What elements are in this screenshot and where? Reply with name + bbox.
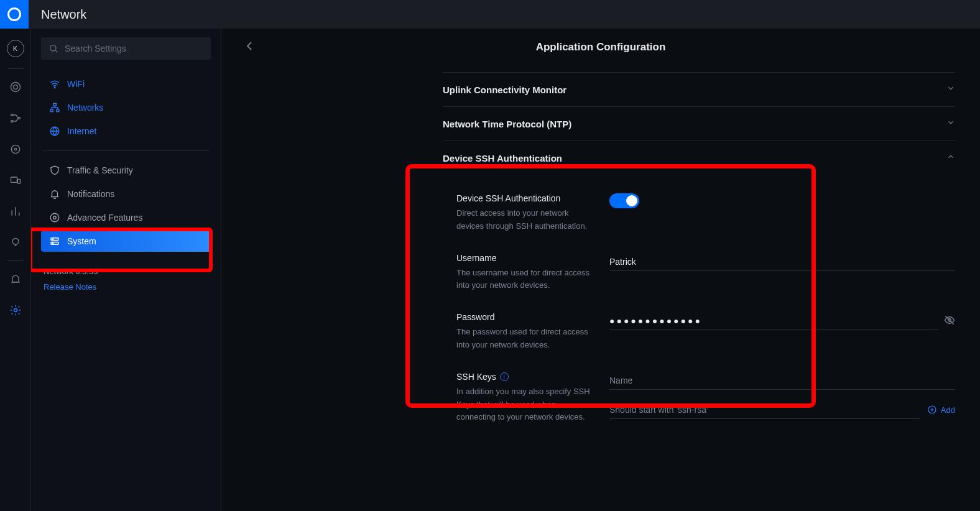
svg-point-21: [52, 239, 53, 240]
page-title: Application Configuration: [536, 41, 666, 53]
svg-point-6: [14, 148, 16, 150]
bell-icon: [47, 188, 62, 200]
main-content: Application Configuration Uplink Connect…: [221, 29, 980, 511]
sshkey-name-input[interactable]: [609, 372, 955, 390]
logo[interactable]: [0, 0, 29, 29]
sidebar-item-label: Advanced Features: [67, 213, 142, 223]
version-text: Network 6.5.55: [44, 267, 208, 276]
sidebar-item-label: Internet: [67, 126, 96, 136]
eye-off-icon[interactable]: [944, 315, 955, 328]
username-input[interactable]: [609, 253, 955, 271]
sidebar-item-label: Notifications: [67, 189, 114, 199]
sidebar-item-traffic-security[interactable]: Traffic & Security: [41, 160, 211, 181]
section-title: Network Time Protocol (NTP): [443, 119, 571, 129]
svg-point-2: [11, 114, 12, 116]
rail-radar-icon[interactable]: [9, 80, 22, 94]
sidebar-item-system[interactable]: System: [41, 231, 211, 252]
topbar: Network: [0, 0, 980, 29]
sshkey-value-input[interactable]: [609, 401, 920, 419]
svg-point-18: [53, 216, 57, 219]
svg-rect-8: [17, 179, 20, 183]
svg-point-1: [13, 85, 17, 90]
search-icon: [49, 44, 58, 53]
sidebar-item-networks[interactable]: Networks: [41, 97, 211, 118]
password-label: Password: [456, 312, 597, 322]
svg-point-12: [54, 87, 55, 88]
rail-gear-icon[interactable]: [9, 303, 22, 317]
globe-icon: [47, 126, 62, 137]
info-icon[interactable]: i: [500, 372, 509, 381]
search-input[interactable]: [65, 44, 203, 53]
shield-icon: [47, 165, 62, 176]
svg-point-11: [50, 45, 56, 51]
svg-rect-15: [57, 109, 59, 112]
username-desc: The username used for direct access into…: [456, 267, 597, 293]
svg-point-9: [12, 238, 19, 244]
sshkeys-label: SSH Keys i: [456, 372, 597, 382]
sshkeys-desc: In addition you may also specify SSH Key…: [456, 385, 597, 424]
advanced-icon: [47, 212, 62, 223]
rail-bulb-icon[interactable]: [9, 236, 22, 249]
svg-rect-13: [53, 103, 57, 106]
wifi-icon: [47, 78, 62, 90]
svg-rect-7: [11, 177, 17, 182]
plus-circle-icon: [927, 405, 937, 415]
add-sshkey-button[interactable]: Add: [927, 405, 955, 415]
rail-avatar-k[interactable]: K: [7, 40, 24, 57]
app-title: Network: [41, 7, 86, 22]
sidebar-item-label: System: [67, 236, 96, 246]
rail-devices-icon[interactable]: [9, 173, 22, 187]
networks-icon: [47, 102, 62, 113]
icon-rail: K: [0, 29, 31, 511]
chevron-down-icon: [946, 118, 955, 129]
section-title: Device SSH Authentication: [443, 153, 562, 163]
svg-rect-14: [50, 109, 53, 112]
section-ntp[interactable]: Network Time Protocol (NTP): [443, 106, 955, 140]
sidebar-item-advanced-features[interactable]: Advanced Features: [41, 207, 211, 228]
sidebar-item-label: Networks: [67, 103, 103, 113]
ssh-toggle-desc: Direct access into your network devices …: [456, 207, 597, 233]
sidebar-item-wifi[interactable]: WiFi: [41, 73, 211, 94]
rail-topology-icon[interactable]: [9, 111, 22, 125]
rail-circle-icon[interactable]: [9, 142, 22, 156]
svg-point-10: [14, 309, 17, 312]
sidebar-item-notifications[interactable]: Notifications: [41, 183, 211, 205]
ssh-section-body: Device SSH Authentication Direct access …: [443, 175, 955, 446]
ssh-toggle-label: Device SSH Authentication: [456, 193, 597, 203]
svg-point-0: [11, 83, 20, 92]
chevron-up-icon: [946, 152, 955, 163]
ssh-toggle[interactable]: [609, 193, 639, 208]
rail-bell-icon[interactable]: [9, 272, 22, 286]
svg-point-3: [11, 120, 12, 122]
password-desc: The password used for direct access into…: [456, 326, 597, 352]
chevron-down-icon: [946, 84, 955, 95]
sidebar-item-label: Traffic & Security: [67, 165, 133, 175]
section-title: Uplink Connectivity Monitor: [443, 85, 566, 95]
section-uplink[interactable]: Uplink Connectivity Monitor: [443, 72, 955, 106]
system-icon: [47, 236, 62, 247]
sidebar-item-internet[interactable]: Internet: [41, 121, 211, 142]
rail-stats-icon[interactable]: [9, 205, 22, 218]
release-notes-link[interactable]: Release Notes: [44, 282, 208, 292]
sidebar-item-label: WiFi: [67, 79, 85, 89]
search-box[interactable]: [41, 37, 211, 60]
password-input[interactable]: ●●●●●●●●●●●●●: [609, 312, 939, 330]
back-button[interactable]: [246, 41, 252, 53]
settings-sidebar: WiFi Networks Internet Traffic & Securit…: [31, 29, 221, 511]
svg-point-17: [50, 213, 59, 222]
section-ssh-auth[interactable]: Device SSH Authentication: [443, 140, 955, 175]
svg-point-22: [52, 243, 53, 244]
svg-point-5: [11, 145, 19, 153]
username-label: Username: [456, 253, 597, 263]
